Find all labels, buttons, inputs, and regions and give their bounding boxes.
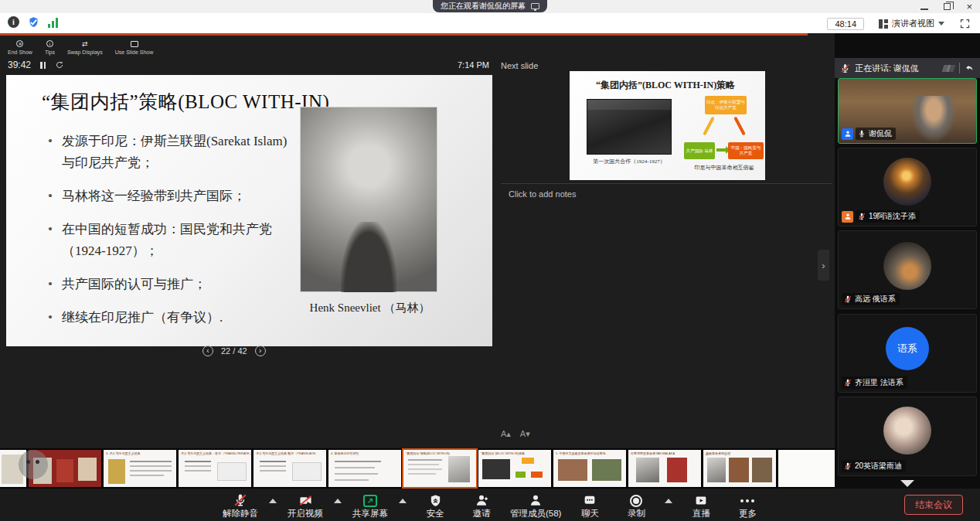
restore-button[interactable] xyxy=(944,3,951,10)
speaking-label: 正在讲话: 谢侃侃 xyxy=(855,63,938,74)
participant-tile[interactable]: 语系 齐洹里 法语系 xyxy=(838,314,977,393)
chat-icon xyxy=(583,494,597,507)
slide-thumbnail[interactable]: 印度尼西亚革命者TAN MALAKA xyxy=(628,450,701,487)
diagram-arrow-up-left xyxy=(703,117,715,136)
mic-muted-icon xyxy=(844,295,852,303)
slide-thumbnail[interactable]: “集团内括”(BLOC WITH-IN)策略 xyxy=(478,450,551,487)
share-toolbar: i 48:14 演讲者视图 xyxy=(0,13,980,33)
view-mode-label: 演讲者视图 xyxy=(892,18,934,29)
font-larger-button[interactable]: A▴ xyxy=(501,429,511,439)
minimize-button[interactable] xyxy=(920,9,928,10)
record-options-caret[interactable] xyxy=(665,499,672,503)
meeting-logo-icon xyxy=(943,65,954,72)
record-icon xyxy=(630,495,642,507)
slide-thumbnail[interactable]: 译介与马克思主义经典：音译（TRANSLITERATE） xyxy=(179,450,251,487)
diagram-box-comintern: 共产国际 马林 xyxy=(684,142,715,159)
mic-options-caret[interactable] xyxy=(269,499,277,503)
presenter-view: ✕ End Show i Tips ⇄ Swap Displays Use Sl… xyxy=(0,33,835,448)
manage-members-button[interactable]: 管理成员(58) xyxy=(510,492,561,519)
window-controls: × xyxy=(920,2,972,12)
mic-muted-icon xyxy=(840,63,850,73)
share-timer: 48:14 xyxy=(827,18,864,30)
slide-thumbnail[interactable]: 4. 革命观念的可塑性 xyxy=(328,450,401,487)
diagram-box-indonesia: 印尼：伊斯兰联盟与印尼共产党 xyxy=(705,96,747,114)
start-video-button[interactable]: 开启视频 xyxy=(288,492,323,519)
mic-muted-icon xyxy=(844,379,852,386)
reply-icon[interactable] xyxy=(965,63,975,73)
slide-bullet: 在中国的短暂成功：国民党和共产党（1924-1927）； xyxy=(46,219,292,262)
more-button[interactable]: 更多 xyxy=(730,492,765,519)
pause-timer-button[interactable] xyxy=(40,62,46,69)
avatar xyxy=(883,158,931,206)
nameplate: 19阿语沈子添 xyxy=(842,210,920,223)
presenter-toolbar: ✕ End Show i Tips ⇄ Swap Displays Use Sl… xyxy=(8,39,153,55)
tips-button[interactable]: i Tips xyxy=(45,39,55,55)
avatar xyxy=(883,407,931,455)
close-button[interactable]: × xyxy=(966,2,972,12)
unmute-button[interactable]: 解除静音 xyxy=(223,492,258,519)
slide-navigation: ‹ 22 / 42 › xyxy=(202,346,266,356)
nameplate: 齐洹里 法语系 xyxy=(842,376,907,389)
use-slide-show-button[interactable]: Use Slide Show xyxy=(115,39,153,55)
slide-bullet: 马林将这一经验带到共产国际； xyxy=(46,186,292,207)
invite-button[interactable]: 邀请 xyxy=(464,492,499,519)
participant-tile-speaker[interactable]: 谢侃侃 xyxy=(838,78,977,144)
slide-position: 22 / 42 xyxy=(221,346,247,356)
slide-bullet: 发源于印尼：伊斯兰联盟(Sarekat Islam)与印尼共产党； xyxy=(46,131,292,174)
slide-filmstrip: 3. 译介与马克思主义经典 译介与马克思主义经典：音译（TRANSLITERAT… xyxy=(0,448,835,489)
next-slide-label: Next slide xyxy=(501,61,538,70)
video-options-caret[interactable] xyxy=(334,499,342,503)
window-titlebar: 您正在观看谢侃侃的屏幕 × xyxy=(0,0,980,13)
slide-thumbnail[interactable]: 模式三：投身群体运动的马克思主义革命者 xyxy=(778,450,835,487)
end-show-button[interactable]: ✕ End Show xyxy=(8,39,32,55)
slide-thumbnail[interactable]: 5. 中国作为东南亚革命者的活动基地 xyxy=(553,450,626,487)
cohost-badge-icon xyxy=(842,211,853,223)
panel-expand-handle[interactable]: › xyxy=(818,250,829,281)
shield-check-icon[interactable] xyxy=(28,16,39,28)
host-badge-icon xyxy=(842,128,853,140)
participant-tile[interactable]: 高远 俄语系 xyxy=(838,230,977,309)
camera-muted-icon xyxy=(298,494,313,507)
elapsed-time: 39:42 xyxy=(8,60,31,70)
swap-displays-button[interactable]: ⇄ Swap Displays xyxy=(67,39,103,55)
share-screen-button[interactable]: 共享屏幕 xyxy=(352,492,388,519)
share-toolbar-right: 48:14 演讲者视图 xyxy=(827,15,971,32)
floating-overlay-bubble[interactable] xyxy=(19,450,48,479)
nameplate: 20英语梁雨迪 xyxy=(842,460,906,472)
security-button[interactable]: 安全 xyxy=(417,492,453,519)
next-slide-preview[interactable]: “集团内括”(BLOC WITH-IN)策略 第一次国共合作（1924-1927… xyxy=(570,71,765,180)
fullscreen-icon[interactable] xyxy=(959,18,971,29)
chat-button[interactable]: 聊天 xyxy=(572,492,607,519)
restart-timer-button[interactable] xyxy=(55,60,64,70)
end-meeting-button[interactable]: 结束会议 xyxy=(904,495,963,515)
watching-screen-banner: 您正在观看谢侃侃的屏幕 xyxy=(433,0,547,12)
view-mode-button[interactable]: 演讲者视图 xyxy=(873,15,950,32)
tips-icon: i xyxy=(46,40,53,47)
font-smaller-button[interactable]: A▾ xyxy=(520,429,530,439)
notes-font-buttons: A▴ A▾ xyxy=(501,429,530,439)
diagram-arrow-up-right xyxy=(733,117,746,136)
slide-thumbnail[interactable]: 译介与马克思主义经典·翻译（TRANSLATE） xyxy=(254,450,326,487)
network-signal-icon[interactable] xyxy=(48,17,58,28)
slide-thumbnail[interactable]: 越南革命者胡志明 xyxy=(703,450,776,487)
scroll-down-arrow[interactable] xyxy=(900,480,914,487)
participant-name: 19阿语沈子添 xyxy=(869,211,916,222)
mic-muted-icon xyxy=(858,213,866,220)
participant-tile[interactable]: 20英语梁雨迪 xyxy=(838,397,977,476)
slide-thumbnail-current[interactable]: “集团内括”策略(BLOC WITH-IN) xyxy=(403,450,476,487)
current-slide[interactable]: “集团内括”策略(BLOC WITH-IN) 发源于印尼：伊斯兰联盟(Sarek… xyxy=(6,75,492,346)
next-slide-button[interactable]: › xyxy=(255,346,266,356)
notes-placeholder[interactable]: Click to add notes xyxy=(509,189,576,199)
diagram-arrow-right xyxy=(716,148,726,152)
participants-panel: 正在讲话: 谢侃侃 谢侃侃 19阿语沈子添 xyxy=(835,33,980,489)
live-stream-button[interactable]: 直播 xyxy=(683,492,719,519)
participant-tile[interactable]: 19阿语沈子添 xyxy=(838,148,977,226)
slide-thumbnail[interactable]: 3. 译介与马克思主义经典 xyxy=(104,450,176,487)
info-icon[interactable]: i xyxy=(8,16,19,28)
previous-slide-button[interactable]: ‹ xyxy=(202,346,213,356)
mic-muted-icon xyxy=(233,493,247,507)
record-button[interactable]: 录制 xyxy=(618,492,654,519)
nameplate: 高远 俄语系 xyxy=(842,293,900,305)
slide-bullet: 共产国际的认可与推广； xyxy=(46,274,292,295)
share-options-caret[interactable] xyxy=(399,499,407,503)
